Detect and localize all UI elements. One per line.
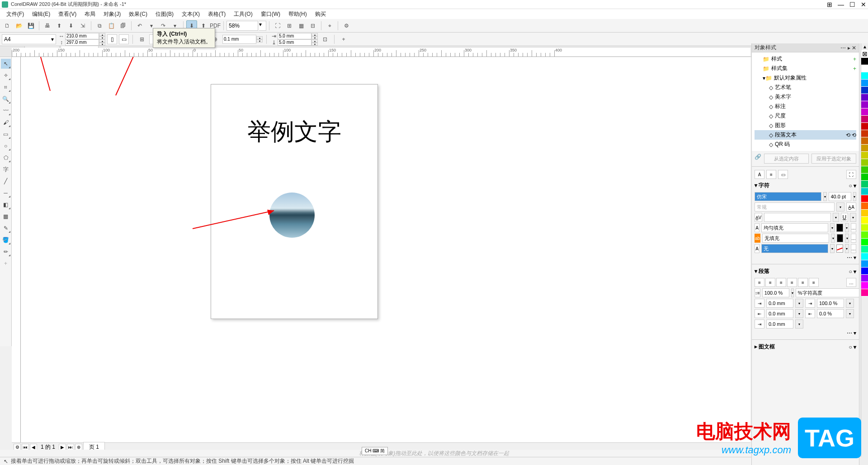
add-tool-icon[interactable]: + <box>1 258 11 268</box>
color-swatch[interactable] <box>861 87 868 94</box>
fill-a-icon[interactable]: A <box>755 223 760 232</box>
color-swatch[interactable] <box>861 188 868 195</box>
pick-tool-icon[interactable]: ↖ <box>1 59 11 69</box>
bg-more-icon[interactable]: … <box>851 234 856 243</box>
spin-up[interactable]: ▴ <box>99 39 105 42</box>
i2-dd[interactable]: ▾ <box>795 309 803 318</box>
no-color-swatch[interactable]: ⊠ <box>861 51 868 58</box>
color-swatch[interactable] <box>861 210 868 217</box>
indent1p-icon[interactable]: ⇥ <box>805 299 815 308</box>
undo-icon[interactable]: ↶ <box>134 20 145 31</box>
shape-tool-icon[interactable]: ✧ <box>1 70 11 80</box>
clipboard-icon[interactable]: 🗐 <box>118 20 128 31</box>
ol-more-icon[interactable]: … <box>851 244 856 253</box>
close-icon[interactable]: ✕ <box>861 1 866 8</box>
color-swatch[interactable] <box>861 282 868 289</box>
add-page-icon[interactable]: + <box>338 34 349 45</box>
menu-tools[interactable]: 工具(O) <box>230 9 256 19</box>
outline-a-icon[interactable]: A <box>755 244 760 253</box>
line-spacing-input[interactable] <box>762 288 789 297</box>
tree-stylesets[interactable]: 📁 样式集 + <box>755 64 856 73</box>
panel-menu-icon[interactable]: ⋯ ▸ ✕ <box>840 45 856 51</box>
tree-paragraph[interactable]: ◇ 段落文本 ⟲ ⟲ <box>755 130 856 140</box>
new-icon[interactable]: 🗋 <box>2 20 13 31</box>
color-swatch[interactable] <box>861 217 868 224</box>
color-swatch[interactable] <box>861 166 868 174</box>
page-height-input[interactable]: 297.0 mm <box>65 39 99 46</box>
print-icon[interactable]: 🖶 <box>42 20 53 31</box>
kern-dd[interactable]: ▾ <box>833 213 839 222</box>
menu-help[interactable]: 帮助(H) <box>285 9 311 19</box>
polygon-tool-icon[interactable]: ⬠ <box>1 153 11 163</box>
export-icon[interactable]: ⇲ <box>77 20 88 31</box>
open-icon[interactable]: 📂 <box>14 20 24 31</box>
help-icon[interactable]: ⊞ <box>827 1 832 8</box>
fill-type[interactable] <box>761 223 828 232</box>
spin-down[interactable]: ▾ <box>256 39 263 42</box>
color-swatch[interactable] <box>861 202 868 210</box>
char-opts-icon[interactable]: ○ ▾ <box>849 183 856 189</box>
color-swatch[interactable] <box>861 116 868 123</box>
parallel-tool-icon[interactable]: ╱ <box>1 176 11 186</box>
spin-up[interactable]: ▴ <box>311 39 318 42</box>
treat-as-icon[interactable]: ⊡ <box>320 34 330 45</box>
grid-icon[interactable]: ▦ <box>296 20 307 31</box>
zoom-dropdown[interactable]: ▾ <box>259 21 266 31</box>
align-justify-icon[interactable]: ≡ <box>787 278 797 287</box>
bgc-dd[interactable]: ▾ <box>845 234 849 243</box>
options-icon[interactable]: ⚙ <box>341 20 352 31</box>
para-more-icon[interactable]: … <box>846 278 856 287</box>
color-swatch[interactable] <box>861 72 868 80</box>
size-dd[interactable]: ▾ <box>853 192 857 201</box>
linesp-icon[interactable]: ↕≡ <box>755 288 760 297</box>
cloud-down-icon[interactable]: ⬇ <box>66 20 76 31</box>
color-swatch[interactable] <box>861 246 868 253</box>
connector-tool-icon[interactable]: ─ <box>1 188 11 198</box>
paste-icon[interactable]: 📋 <box>106 20 117 31</box>
font-dd[interactable]: ▾ <box>823 192 827 201</box>
menu-layout[interactable]: 布局 <box>81 9 99 19</box>
tree-dimension[interactable]: ◇ 尺度 <box>755 111 856 121</box>
ol-dd[interactable]: ▾ <box>830 244 834 253</box>
indent1p-input[interactable] <box>817 299 844 308</box>
crop-tool-icon[interactable]: ⌗ <box>1 82 11 92</box>
dropshadow-tool-icon[interactable]: ◧ <box>1 200 11 210</box>
tree-qr[interactable]: ◇ QR 码 <box>755 140 856 149</box>
menu-file[interactable]: 文件(F) <box>3 9 28 19</box>
landscape-icon[interactable]: ▭ <box>119 34 129 44</box>
spin-up[interactable]: ▴ <box>99 33 105 36</box>
from-selection-button[interactable]: 从选定内容 <box>764 154 809 164</box>
link-icon[interactable]: 🔗 <box>755 154 761 164</box>
color-swatch[interactable] <box>861 224 868 231</box>
font-select[interactable] <box>755 192 821 201</box>
bg-a-icon[interactable]: ab <box>755 234 760 243</box>
align-none-icon[interactable]: ≡ <box>809 278 819 287</box>
page-size-select[interactable]: A4▾ <box>2 34 56 44</box>
menu-view[interactable]: 查看(V) <box>55 9 80 19</box>
color-swatch[interactable] <box>861 181 868 188</box>
color-swatch[interactable] <box>861 108 868 116</box>
align-right-icon[interactable]: ≡ <box>776 278 786 287</box>
script-icon[interactable]: A̲A <box>846 202 856 211</box>
align-center-icon[interactable]: ≡ <box>765 278 775 287</box>
apply-selection-button[interactable]: 应用于选定对象 <box>811 154 856 164</box>
vertical-ruler[interactable] <box>12 57 21 442</box>
olc-dd[interactable]: ▾ <box>845 244 849 253</box>
panel-header[interactable]: 对象样式 ⋯ ▸ ✕ <box>752 43 859 52</box>
menu-effects[interactable]: 效果(C) <box>125 9 151 19</box>
i1p-dd[interactable]: ▾ <box>846 299 854 308</box>
ruler-icon[interactable]: ⊞ <box>284 20 295 31</box>
color-swatch[interactable] <box>861 253 868 260</box>
tree-styles[interactable]: 📁 样式 + <box>755 54 856 64</box>
font-size-input[interactable] <box>829 192 851 201</box>
indent2-icon[interactable]: ⇤ <box>755 309 764 318</box>
color-swatch[interactable] <box>861 260 868 268</box>
color-swatch[interactable] <box>861 58 868 65</box>
zoom-tool-icon[interactable]: 🔍 <box>1 94 11 104</box>
indent1-input[interactable] <box>766 299 793 308</box>
spin-up[interactable]: ▴ <box>256 36 263 39</box>
indent1-icon[interactable]: ⇥ <box>755 299 764 308</box>
indent2-input[interactable] <box>766 309 793 318</box>
spin-down[interactable]: ▾ <box>311 42 318 46</box>
line-spacing-type[interactable] <box>796 288 859 297</box>
